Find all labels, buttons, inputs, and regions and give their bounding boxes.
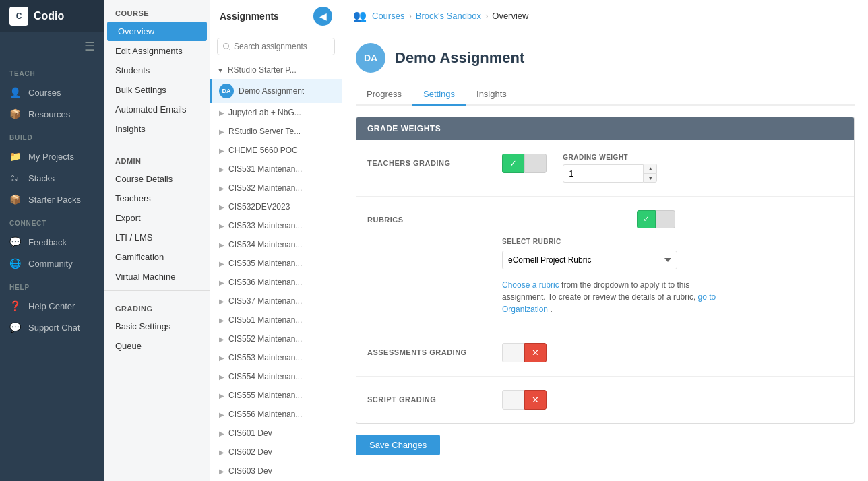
mid-item-ltilms[interactable]: LTI / LMS bbox=[104, 228, 210, 247]
sidebar-item-community[interactable]: 🌐 Community bbox=[0, 253, 104, 274]
section-help: HELP bbox=[0, 274, 104, 295]
tab-progress[interactable]: Progress bbox=[356, 84, 412, 106]
sidebar-item-feedback[interactable]: 💬 Feedback bbox=[0, 231, 104, 253]
sidebar-item-stacks[interactable]: 🗂 Stacks bbox=[0, 167, 104, 189]
item-chevron-icon: ▶ bbox=[219, 279, 224, 286]
assignment-item-rstudio-server[interactable]: ▶ RStudio Server Te... bbox=[210, 122, 342, 141]
mid-item-basicsettings[interactable]: Basic Settings bbox=[104, 317, 210, 336]
item-chevron-icon: ▶ bbox=[219, 128, 224, 135]
mid-item-automatedemails[interactable]: Automated Emails bbox=[104, 100, 210, 119]
sidebar-item-courses[interactable]: 👤 Courses bbox=[0, 82, 104, 103]
script-toggle-off-right[interactable]: ✕ bbox=[524, 390, 547, 410]
script-grading-label: SCRIPT GRADING bbox=[367, 390, 502, 404]
resources-label: Resources bbox=[28, 109, 70, 119]
item-chevron-icon: ▶ bbox=[219, 185, 224, 192]
assignments-panel: Assignments ◀ ▼ RStudio Starter P... DA … bbox=[210, 0, 342, 481]
assignment-group-rstudio[interactable]: ▼ RStudio Starter P... bbox=[210, 61, 342, 79]
assignment-item-jupyterlab[interactable]: ▶ JupyterLab + NbG... bbox=[210, 103, 342, 122]
assignment-item-cis552[interactable]: ▶ CIS552 Maintenan... bbox=[210, 329, 342, 348]
mid-item-teachers[interactable]: Teachers bbox=[104, 189, 210, 208]
teachers-toggle-on[interactable]: ✓ bbox=[502, 154, 524, 173]
assignment-name-cheme5660: CHEME 5660 POC bbox=[228, 146, 298, 155]
stacks-icon: 🗂 bbox=[9, 172, 23, 183]
weight-spin-up[interactable]: ▲ bbox=[644, 164, 657, 173]
assessments-toggle-btn[interactable]: ✕ bbox=[502, 343, 547, 362]
assignments-back-button[interactable]: ◀ bbox=[313, 7, 332, 26]
supportchat-label: Support Chat bbox=[28, 323, 80, 333]
assignment-item-demo[interactable]: DA Demo Assignment bbox=[210, 79, 342, 103]
assignments-search-input[interactable] bbox=[217, 38, 335, 55]
assignment-item-cis537[interactable]: ▶ CIS537 Maintenan... bbox=[210, 292, 342, 311]
assignment-item-cis535[interactable]: ▶ CIS535 Maintenan... bbox=[210, 254, 342, 273]
rubrics-toggle-on[interactable]: ✓ bbox=[637, 210, 656, 228]
assignment-header: DA Demo Assignment bbox=[356, 43, 855, 73]
item-chevron-icon: ▶ bbox=[219, 468, 224, 475]
mid-item-editassignments[interactable]: Edit Assignments bbox=[104, 41, 210, 61]
mid-item-coursedetails[interactable]: Course Details bbox=[104, 169, 210, 189]
mid-item-insights[interactable]: Insights bbox=[104, 119, 210, 139]
tab-insights[interactable]: Insights bbox=[466, 84, 518, 106]
assignment-item-cis536[interactable]: ▶ CIS536 Maintenan... bbox=[210, 273, 342, 292]
community-icon: 🌐 bbox=[9, 258, 23, 269]
breadcrumb-sandbox[interactable]: Brock's Sandbox bbox=[416, 11, 481, 21]
assignments-panel-header: Assignments ◀ bbox=[210, 0, 342, 32]
save-changes-button[interactable]: Save Changes bbox=[356, 435, 440, 455]
assignment-item-cis601[interactable]: ▶ CIS601 Dev bbox=[210, 424, 342, 443]
mid-item-gamification[interactable]: Gamification bbox=[104, 247, 210, 267]
assignment-item-cis531[interactable]: ▶ CIS531 Maintenan... bbox=[210, 160, 342, 179]
teachers-toggle-off[interactable] bbox=[524, 154, 547, 173]
assignment-name-cis554: CIS554 Maintenan... bbox=[228, 372, 302, 381]
item-chevron-icon: ▶ bbox=[219, 335, 224, 343]
assignment-item-cheme5660[interactable]: ▶ CHEME 5660 POC bbox=[210, 141, 342, 160]
rubric-select[interactable]: eCornell Project Rubric Default Rubric C… bbox=[502, 251, 677, 269]
assignment-item-cis555[interactable]: ▶ CIS555 Maintenan... bbox=[210, 386, 342, 405]
sidebar-item-myprojects[interactable]: 📁 My Projects bbox=[0, 146, 104, 167]
assignment-item-cis533[interactable]: ▶ CIS533 Maintenan... bbox=[210, 216, 342, 235]
script-toggle-btn[interactable]: ✕ bbox=[502, 390, 547, 410]
mid-item-bulksettings[interactable]: Bulk Settings bbox=[104, 80, 210, 100]
mid-item-queue[interactable]: Queue bbox=[104, 336, 210, 356]
assignment-item-cis532dev[interactable]: ▶ CIS532DEV2023 bbox=[210, 197, 342, 216]
sidebar-item-supportchat[interactable]: 💬 Support Chat bbox=[0, 317, 104, 338]
sidebar-item-resources[interactable]: 📦 Resources bbox=[0, 103, 104, 125]
weight-input[interactable] bbox=[563, 164, 644, 183]
rubrics-toggle-btn[interactable]: ✓ bbox=[637, 210, 675, 228]
assessments-toggle-off-left[interactable] bbox=[502, 343, 524, 362]
assignment-item-cis534[interactable]: ▶ CIS534 Maintenan... bbox=[210, 235, 342, 254]
select-rubric-label: SELECT RUBRIC bbox=[502, 238, 731, 245]
assignment-name-cis535: CIS535 Maintenan... bbox=[228, 259, 302, 268]
choose-rubric-link[interactable]: Choose a rubric bbox=[502, 280, 559, 290]
sidebar-item-helpcenter[interactable]: ❓ Help Center bbox=[0, 295, 104, 317]
breadcrumb: 👥 Courses › Brock's Sandbox › Overview bbox=[353, 9, 528, 22]
teachers-toggle-btn[interactable]: ✓ bbox=[502, 154, 547, 173]
mid-item-virtualmachine[interactable]: Virtual Machine bbox=[104, 267, 210, 286]
sidebar-item-starterpacks[interactable]: 📦 Starter Packs bbox=[0, 189, 104, 210]
mid-item-export[interactable]: Export bbox=[104, 208, 210, 228]
script-toggle-off-left[interactable] bbox=[502, 390, 524, 410]
rubrics-toggle-off[interactable] bbox=[656, 210, 675, 228]
mid-item-students[interactable]: Students bbox=[104, 61, 210, 80]
rubric-info: Choose a rubric from the dropdown to app… bbox=[502, 279, 731, 315]
assignments-list: ▼ RStudio Starter P... DA Demo Assignmen… bbox=[210, 61, 342, 481]
item-chevron-icon: ▶ bbox=[219, 411, 224, 418]
assignment-item-cis553[interactable]: ▶ CIS553 Maintenan... bbox=[210, 348, 342, 367]
assignment-item-cis551[interactable]: ▶ CIS551 Maintenan... bbox=[210, 311, 342, 329]
teachers-grading-toggle: ✓ bbox=[502, 154, 547, 173]
assignment-item-cis602[interactable]: ▶ CIS602 Dev bbox=[210, 443, 342, 461]
weight-spin-down[interactable]: ▼ bbox=[644, 173, 657, 183]
assignment-item-cis554[interactable]: ▶ CIS554 Maintenan... bbox=[210, 367, 342, 386]
tab-settings[interactable]: Settings bbox=[412, 84, 466, 106]
mid-item-overview[interactable]: Overview bbox=[107, 22, 207, 41]
assignment-item-cis603[interactable]: ▶ CIS603 Dev bbox=[210, 461, 342, 480]
hamburger-menu[interactable]: ☰ bbox=[0, 32, 104, 61]
grading-weight-label: GRADING WEIGHT bbox=[563, 154, 657, 161]
grading-section-header: GRADING bbox=[104, 295, 210, 317]
assessments-toggle-off-right[interactable]: ✕ bbox=[524, 343, 547, 362]
assignment-name-cis537: CIS537 Maintenan... bbox=[228, 296, 302, 306]
assignment-item-cis532[interactable]: ▶ CIS532 Maintenan... bbox=[210, 179, 342, 197]
breadcrumb-courses[interactable]: Courses bbox=[372, 11, 404, 21]
assignment-item-cis556[interactable]: ▶ CIS556 Maintenan... bbox=[210, 405, 342, 424]
rubrics-section: SELECT RUBRIC eCornell Project Rubric De… bbox=[502, 235, 731, 315]
tabs-bar: Progress Settings Insights bbox=[356, 84, 855, 106]
item-chevron-icon: ▶ bbox=[219, 203, 224, 211]
